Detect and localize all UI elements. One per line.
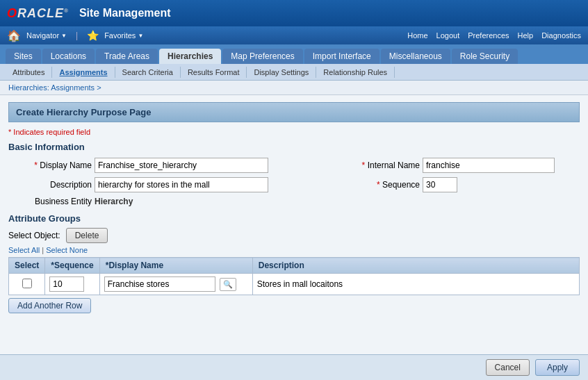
favorites-button[interactable]: Favorites	[104, 31, 143, 40]
add-row-container: Add Another Row	[8, 298, 580, 313]
col-select: Select	[9, 258, 45, 274]
tab-trade-areas[interactable]: Trade Areas	[96, 49, 158, 64]
col-display-name: *Display Name	[99, 258, 252, 274]
display-name-field[interactable]	[104, 276, 215, 292]
navigator-button[interactable]: Navigator	[26, 31, 67, 40]
select-all-link[interactable]: Select All	[8, 246, 40, 254]
table-row: 🔍 Stores in mall locaitons	[9, 274, 580, 295]
select-links: Select All | Select None	[8, 246, 580, 254]
attribute-groups-section: Attribute Groups Select Object: Delete S…	[8, 213, 580, 313]
breadcrumb-separator: >	[97, 83, 101, 92]
breadcrumb: Hierarchies: Assignments >	[0, 81, 588, 95]
sub-tab-relationship-rules[interactable]: Relationship Rules	[316, 67, 395, 78]
row-checkbox[interactable]	[22, 279, 32, 288]
internal-name-label: * Internal Name	[336, 160, 420, 170]
tab-import-interface[interactable]: Import Interface	[304, 49, 379, 64]
sub-tab-assignments[interactable]: Assignments	[52, 67, 115, 78]
header: ORACLE® Site Management	[0, 0, 588, 26]
add-another-row-button[interactable]: Add Another Row	[8, 298, 91, 313]
nav-right: Home Logout Preferences Help Diagnostics	[407, 31, 581, 40]
help-link[interactable]: Help	[518, 31, 534, 40]
sub-tab-display-settings[interactable]: Display Settings	[247, 67, 316, 78]
col-description: Description	[252, 258, 579, 274]
select-object-label: Select Object:	[8, 231, 60, 240]
nav-left: 🏠 Navigator | ⭐ Favorites	[7, 29, 143, 42]
main-tabs: Sites Locations Trade Areas Hierarchies …	[0, 44, 588, 64]
sub-tab-search-criteria[interactable]: Search Criteria	[115, 67, 181, 78]
tab-sites[interactable]: Sites	[6, 49, 41, 64]
toolbar: Select Object: Delete	[8, 228, 580, 243]
preferences-link[interactable]: Preferences	[468, 31, 509, 40]
sequence-field[interactable]	[49, 276, 84, 292]
description-input[interactable]	[95, 177, 268, 192]
home-link[interactable]: Home	[407, 31, 427, 40]
sub-tab-attributes[interactable]: Attributes	[6, 67, 52, 78]
business-entity-value: Hierarchy	[95, 197, 275, 206]
tab-miscellaneous[interactable]: Miscellaneous	[381, 49, 450, 64]
display-name-label: * Display Name	[8, 160, 92, 170]
logout-link[interactable]: Logout	[436, 31, 460, 40]
sub-tab-results-format[interactable]: Results Format	[181, 67, 247, 78]
sequence-input[interactable]	[423, 177, 457, 192]
bottom-bar: Cancel Apply	[0, 354, 588, 380]
tab-map-preferences[interactable]: Map Preferences	[222, 49, 302, 64]
apply-button[interactable]: Apply	[535, 359, 580, 376]
sequence-label: * Sequence	[336, 180, 420, 190]
description-cell: Stores in mall locaitons	[252, 274, 579, 295]
col-sequence: *Sequence	[45, 258, 99, 274]
oracle-logo: ORACLE®	[7, 6, 69, 21]
diagnostics-link[interactable]: Diagnostics	[541, 31, 581, 40]
content-area: Create Hierarchy Purpose Page * Indicate…	[0, 95, 588, 379]
attribute-table: Select *Sequence *Display Name Descripti…	[8, 257, 580, 295]
nav-bar: 🏠 Navigator | ⭐ Favorites Home Logout Pr…	[0, 26, 588, 44]
description-label: Description	[8, 180, 92, 190]
tab-hierarchies[interactable]: Hierarchies	[159, 49, 221, 64]
display-name-input[interactable]	[95, 158, 268, 173]
cancel-button[interactable]: Cancel	[486, 359, 530, 376]
tab-role-security[interactable]: Role Security	[452, 49, 518, 64]
required-note: * Indicates required field	[8, 128, 580, 136]
page-title: Create Hierarchy Purpose Page	[16, 107, 151, 117]
internal-name-input[interactable]	[423, 158, 555, 173]
breadcrumb-link[interactable]: Hierarchies: Assignments	[8, 83, 95, 92]
app-title: Site Management	[79, 7, 171, 19]
attr-section-title: Attribute Groups	[8, 213, 580, 224]
section-basic-title: Basic Information	[8, 142, 580, 152]
business-entity-label: Business Entity	[8, 197, 92, 206]
select-none-link[interactable]: Select None	[46, 246, 88, 254]
page-title-bar: Create Hierarchy Purpose Page	[8, 102, 580, 122]
search-icon-button[interactable]: 🔍	[220, 278, 236, 291]
sub-tabs: Attributes Assignments Search Criteria R…	[0, 64, 588, 81]
tab-locations[interactable]: Locations	[42, 49, 95, 64]
delete-button[interactable]: Delete	[66, 228, 108, 243]
